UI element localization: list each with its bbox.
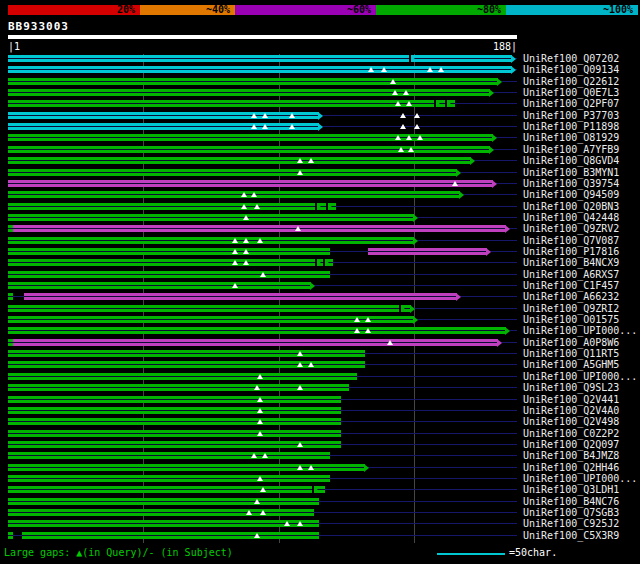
hit-label[interactable]: UniRef100_C5X3R9 <box>523 530 619 541</box>
alignment-segment[interactable] <box>8 441 341 448</box>
blast-overview-screen: 20%~40%~60%~80%~100% BB933003 |1 188| Un… <box>0 0 640 564</box>
hit-label[interactable]: UniRef100_Q2PF07 <box>523 98 619 109</box>
alignment-segment[interactable] <box>13 339 498 346</box>
alignment-segment[interactable] <box>8 180 493 187</box>
alignment-segment[interactable] <box>8 55 512 62</box>
hit-label[interactable]: UniRef100_Q8GVD4 <box>523 155 619 166</box>
alignment-segment[interactable] <box>8 396 341 403</box>
hit-label[interactable]: UniRef100_P11898 <box>523 121 619 132</box>
alignment-segment[interactable] <box>8 78 498 85</box>
hit-label[interactable]: UniRef100_B3MYN1 <box>523 167 619 178</box>
hit-label[interactable]: UniRef100_Q2V498 <box>523 416 619 427</box>
alignment-segment[interactable] <box>22 532 320 539</box>
alignment-segment[interactable] <box>8 305 411 312</box>
hit-label[interactable]: UniRef100_Q9ZRI2 <box>523 303 619 314</box>
query-gap-triangle-icon <box>414 113 420 118</box>
hit-label[interactable]: UniRef100_B4NCX9 <box>523 257 619 268</box>
hit-label[interactable]: UniRef100_Q09134 <box>523 64 619 75</box>
hit-label[interactable]: UniRef100_Q7SGB3 <box>523 507 619 518</box>
alignment-segment[interactable] <box>8 157 471 164</box>
alignment-segment[interactable] <box>8 532 13 539</box>
alignment-segment[interactable] <box>8 486 325 493</box>
hit-label[interactable]: UniRef100_Q2Q097 <box>523 439 619 450</box>
alignment-segment[interactable] <box>8 327 506 334</box>
alignment-segment[interactable] <box>8 316 414 323</box>
hit-label[interactable]: UniRef100_A7YFB9 <box>523 144 619 155</box>
hit-label[interactable]: UniRef100_Q2V4A0 <box>523 405 619 416</box>
hit-label[interactable]: UniRef100_A0P8W6 <box>523 337 619 348</box>
alignment-segment[interactable] <box>8 271 330 278</box>
hit-label[interactable]: UniRef100_Q94509 <box>523 189 619 200</box>
alignment-segment[interactable] <box>8 66 512 73</box>
chevron-right-icon <box>317 259 321 265</box>
query-gap-triangle-icon <box>262 113 268 118</box>
arrowhead-icon <box>410 305 415 313</box>
hit-label[interactable]: UniRef100_Q2HH46 <box>523 462 619 473</box>
alignment-segment[interactable] <box>8 350 365 357</box>
alignment-segment[interactable] <box>8 430 341 437</box>
hit-label[interactable]: UniRef100_Q11RT5 <box>523 348 619 359</box>
hit-label[interactable]: UniRef100_Q2V441 <box>523 394 619 405</box>
alignment-segment[interactable] <box>8 509 314 516</box>
alignment-segment[interactable] <box>8 293 13 300</box>
alignment-segment[interactable] <box>8 452 330 459</box>
hit-label[interactable]: UniRef100_UPI000... <box>523 473 637 484</box>
hit-label[interactable]: UniRef100_Q9SL23 <box>523 382 619 393</box>
arrowhead-icon <box>489 89 494 97</box>
alignment-segment[interactable] <box>8 100 455 107</box>
hit-label[interactable]: UniRef100_P37703 <box>523 110 619 121</box>
alignment-segment[interactable] <box>8 112 319 119</box>
alignment-segment[interactable] <box>8 89 490 96</box>
hit-label[interactable]: UniRef100_C1F457 <box>523 280 619 291</box>
hit-label[interactable]: UniRef100_B4JMZ8 <box>523 450 619 461</box>
alignment-segment[interactable] <box>8 407 341 414</box>
query-gap-triangle-icon <box>232 249 238 254</box>
alignment-segment[interactable] <box>8 169 457 176</box>
alignment-segment[interactable] <box>368 248 487 255</box>
alignment-segment[interactable] <box>8 237 414 244</box>
query-gap-triangle-icon <box>260 272 266 277</box>
arrowhead-icon <box>486 248 491 256</box>
alignment-segment[interactable] <box>8 373 357 380</box>
query-gap-triangle-icon <box>289 124 295 129</box>
hit-label[interactable]: UniRef100_Q39754 <box>523 178 619 189</box>
alignment-segment[interactable] <box>24 293 457 300</box>
alignment-segment[interactable] <box>13 225 506 232</box>
hit-label[interactable]: UniRef100_Q7V087 <box>523 235 619 246</box>
hit-label[interactable]: UniRef100_Q20BN3 <box>523 201 619 212</box>
hit-label[interactable]: UniRef100_Q3LDH1 <box>523 484 619 495</box>
query-gap-triangle-icon <box>243 249 249 254</box>
hit-label[interactable]: UniRef100_Q9ZRV2 <box>523 223 619 234</box>
hit-label[interactable]: UniRef100_UPI000... <box>523 371 637 382</box>
alignment-segment[interactable] <box>8 418 341 425</box>
hit-label[interactable]: UniRef100_B4NC76 <box>523 496 619 507</box>
query-gap-triangle-icon <box>251 124 257 129</box>
hit-label[interactable]: UniRef100_Q07202 <box>523 53 619 64</box>
alignment-segment[interactable] <box>8 191 460 198</box>
hit-label[interactable]: UniRef100_A6RXS7 <box>523 269 619 280</box>
alignment-segment[interactable] <box>8 146 490 153</box>
alignment-segment[interactable] <box>8 520 319 527</box>
alignment-segment[interactable] <box>8 248 330 255</box>
hit-label[interactable]: UniRef100_C925J2 <box>523 518 619 529</box>
alignment-segment[interactable] <box>8 203 336 210</box>
query-gap-triangle-icon <box>308 362 314 367</box>
alignment-segment[interactable] <box>8 259 333 266</box>
alignment-segment[interactable] <box>8 214 414 221</box>
hit-label[interactable]: UniRef100_Q0E7L3 <box>523 87 619 98</box>
alignment-segment[interactable] <box>8 475 330 482</box>
hit-label[interactable]: UniRef100_UPI000... <box>523 325 637 336</box>
hit-label[interactable]: UniRef100_A5GHM5 <box>523 359 619 370</box>
alignment-segment[interactable] <box>8 498 319 505</box>
alignment-plot: UniRef100_Q07202UniRef100_Q09134UniRef10… <box>0 0 640 564</box>
hit-label[interactable]: UniRef100_O81929 <box>523 132 619 143</box>
hit-label[interactable]: UniRef100_P17816 <box>523 246 619 257</box>
hit-label[interactable]: UniRef100_C0Z2P2 <box>523 428 619 439</box>
alignment-segment[interactable] <box>8 123 319 130</box>
query-gap-triangle-icon <box>368 67 374 72</box>
hit-label[interactable]: UniRef100_O01575 <box>523 314 619 325</box>
alignment-segment[interactable] <box>8 282 311 289</box>
hit-label[interactable]: UniRef100_A66232 <box>523 291 619 302</box>
hit-label[interactable]: UniRef100_Q22612 <box>523 76 619 87</box>
hit-label[interactable]: UniRef100_Q42448 <box>523 212 619 223</box>
